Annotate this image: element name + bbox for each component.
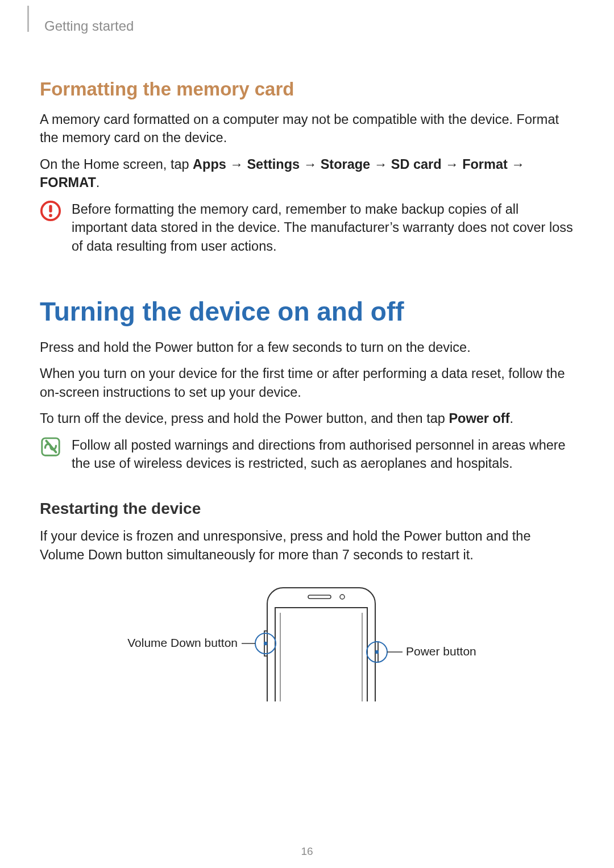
page-number: 16 xyxy=(0,845,614,858)
heading-turning-device-on-off: Turning the device on and off xyxy=(40,296,574,327)
svg-rect-18 xyxy=(239,701,409,719)
heading-formatting-memory-card: Formatting the memory card xyxy=(40,78,574,100)
warning-notice: Before formatting the memory card, remem… xyxy=(40,200,574,255)
diagram-label-volume-down: Volume Down button xyxy=(127,636,238,649)
instruction-line: On the Home screen, tap Apps → Settings … xyxy=(40,155,574,192)
paragraph: To turn off the device, press and hold t… xyxy=(40,409,574,427)
header-accent-rule xyxy=(27,6,29,32)
header-section-title: Getting started xyxy=(44,0,574,34)
diagram-label-power: Power button xyxy=(406,645,476,658)
device-diagram-svg: Volume Down button Power button xyxy=(125,576,489,719)
info-notice: Follow all posted warnings and direction… xyxy=(40,436,574,473)
svg-point-13 xyxy=(264,642,267,645)
page: Getting started Formatting the memory ca… xyxy=(0,0,614,868)
svg-point-2 xyxy=(49,214,52,217)
paragraph: When you turn on your device for the fir… xyxy=(40,364,574,401)
device-diagram: Volume Down button Power button xyxy=(40,576,574,719)
paragraph: If your device is frozen and unresponsiv… xyxy=(40,527,574,564)
caution-icon xyxy=(40,200,61,222)
svg-point-16 xyxy=(375,650,379,654)
svg-rect-1 xyxy=(49,205,52,212)
note-text: Follow all posted warnings and direction… xyxy=(72,436,574,473)
note-icon xyxy=(40,436,61,458)
heading-restarting-device: Restarting the device xyxy=(40,500,574,518)
warning-text: Before formatting the memory card, remem… xyxy=(72,200,574,255)
paragraph: A memory card formatted on a computer ma… xyxy=(40,110,574,147)
paragraph: Press and hold the Power button for a fe… xyxy=(40,338,574,356)
